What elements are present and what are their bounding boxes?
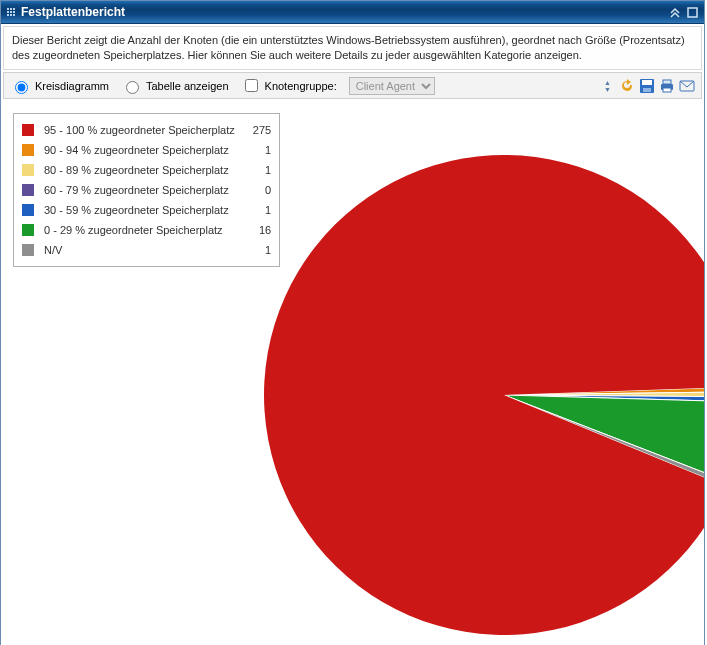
legend-row[interactable]: 80 - 89 % zugeordneter Speicherplatz1 <box>22 160 271 180</box>
legend-row[interactable]: 60 - 79 % zugeordneter Speicherplatz0 <box>22 180 271 200</box>
grip-icon <box>7 8 15 16</box>
legend-swatch <box>22 164 34 176</box>
legend-swatch <box>22 244 34 256</box>
pie-chart[interactable] <box>259 145 704 645</box>
nodegroup-select[interactable]: Client Agent <box>349 77 435 95</box>
legend-swatch <box>22 224 34 236</box>
legend-swatch <box>22 144 34 156</box>
collapse-icon[interactable] <box>669 6 681 18</box>
view-table-radio-input[interactable] <box>126 81 139 94</box>
legend-label: 90 - 94 % zugeordneter Speicherplatz <box>44 144 247 156</box>
legend-row[interactable]: 90 - 94 % zugeordneter Speicherplatz1 <box>22 140 271 160</box>
maximize-icon[interactable] <box>687 7 698 18</box>
legend-row[interactable]: 0 - 29 % zugeordneter Speicherplatz16 <box>22 220 271 240</box>
legend-swatch <box>22 204 34 216</box>
legend-value: 275 <box>243 124 271 136</box>
view-pie-radio[interactable]: Kreisdiagramm <box>10 78 109 94</box>
legend-label: 30 - 59 % zugeordneter Speicherplatz <box>44 204 247 216</box>
spinner-icon[interactable]: ▲▼ <box>604 79 611 93</box>
legend-swatch <box>22 184 34 196</box>
legend-row[interactable]: N/V1 <box>22 240 271 260</box>
legend-label: N/V <box>44 244 247 256</box>
window-title: Festplattenbericht <box>21 5 125 19</box>
legend-label: 60 - 79 % zugeordneter Speicherplatz <box>44 184 247 196</box>
legend-row[interactable]: 95 - 100 % zugeordneter Speicherplatz275 <box>22 120 271 140</box>
svg-rect-0 <box>688 8 697 17</box>
toolbar: Kreisdiagramm Tabelle anzeigen Knotengru… <box>3 72 702 99</box>
svg-rect-6 <box>663 88 671 92</box>
nodegroup-checkbox[interactable]: Knotengruppe: <box>241 76 337 95</box>
legend-label: 0 - 29 % zugeordneter Speicherplatz <box>44 224 241 236</box>
nodegroup-label: Knotengruppe: <box>265 80 337 92</box>
save-icon[interactable] <box>639 78 655 94</box>
chart-area: 95 - 100 % zugeordneter Speicherplatz275… <box>1 101 704 645</box>
titlebar: Festplattenbericht <box>1 1 704 24</box>
legend-label: 95 - 100 % zugeordneter Speicherplatz <box>44 124 235 136</box>
nodegroup-checkbox-input[interactable] <box>245 79 258 92</box>
email-icon[interactable] <box>679 78 695 94</box>
print-icon[interactable] <box>659 78 675 94</box>
svg-rect-2 <box>642 80 652 85</box>
legend-swatch <box>22 124 34 136</box>
report-description: Dieser Bericht zeigt die Anzahl der Knot… <box>3 26 702 70</box>
window: Festplattenbericht Dieser Bericht zeigt … <box>0 0 705 645</box>
svg-rect-3 <box>643 88 651 92</box>
legend-row[interactable]: 30 - 59 % zugeordneter Speicherplatz1 <box>22 200 271 220</box>
legend: 95 - 100 % zugeordneter Speicherplatz275… <box>13 113 280 267</box>
view-table-radio[interactable]: Tabelle anzeigen <box>121 78 229 94</box>
refresh-icon[interactable] <box>619 78 635 94</box>
legend-label: 80 - 89 % zugeordneter Speicherplatz <box>44 164 247 176</box>
view-table-label: Tabelle anzeigen <box>146 80 229 92</box>
view-pie-label: Kreisdiagramm <box>35 80 109 92</box>
svg-rect-5 <box>663 80 671 84</box>
view-pie-radio-input[interactable] <box>15 81 28 94</box>
